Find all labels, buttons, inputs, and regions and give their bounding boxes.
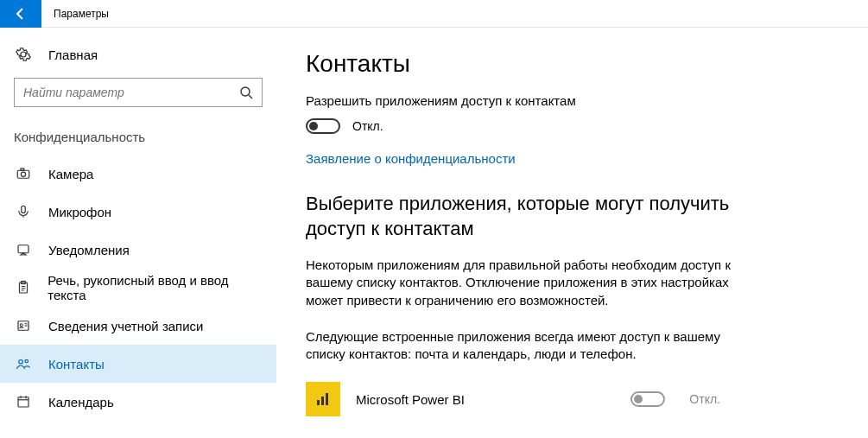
allow-apps-toggle-row: Откл. [306,118,833,134]
allow-apps-state: Откл. [352,119,383,133]
sidebar-item-account-info[interactable]: Сведения учетной записи [0,307,276,345]
sidebar-item-label: Контакты [48,357,105,371]
svg-rect-23 [321,397,324,405]
allow-apps-toggle[interactable] [306,118,340,134]
app-toggle-state: Откл. [689,392,720,406]
contacts-icon [14,356,33,371]
title-bar: Параметры [0,0,868,28]
sidebar-section-label: Конфиденциальность [0,126,276,155]
app-name: Microsoft Power BI [356,392,630,407]
notifications-icon [14,242,33,257]
svg-rect-22 [317,400,320,405]
info-paragraph-2: Следующие встроенные приложения всегда и… [306,328,755,364]
svg-point-13 [20,324,22,327]
svg-rect-5 [22,206,26,213]
power-bi-icon [306,382,340,416]
svg-point-0 [241,87,250,96]
svg-rect-18 [18,397,29,407]
sidebar-item-speech-ink-type[interactable]: Речь, рукописный ввод и ввод текста [0,269,276,307]
camera-icon [14,166,33,181]
window-title: Параметры [41,8,109,20]
sidebar: Главная Конфиденциальность Камера Микроф… [0,28,276,438]
sidebar-item-camera[interactable]: Камера [0,155,276,193]
gear-icon [14,47,33,62]
search-icon [239,86,253,99]
microphone-icon [14,204,33,219]
sidebar-item-label: Календарь [48,395,114,409]
svg-point-16 [19,360,23,365]
account-info-icon [14,318,33,333]
choose-apps-title: Выберите приложения, которые могут получ… [306,192,755,241]
sidebar-item-label: Речь, рукописный ввод и ввод текста [48,273,263,302]
home-button[interactable]: Главная [14,40,263,69]
page-title: Контакты [306,50,833,78]
app-toggle[interactable] [630,391,665,407]
svg-rect-24 [326,393,328,405]
sidebar-item-contacts[interactable]: Контакты [0,345,276,383]
sidebar-item-notifications[interactable]: Уведомления [0,231,276,269]
calendar-icon [14,394,33,409]
search-box[interactable] [14,78,263,107]
sidebar-item-label: Сведения учетной записи [48,319,204,333]
privacy-statement-link[interactable]: Заявление о конфиденциальности [306,151,516,166]
app-row: Microsoft Power BI Откл. [306,382,720,416]
clipboard-icon [14,280,32,295]
sidebar-item-microphone[interactable]: Микрофон [0,193,276,231]
content-area: Контакты Разрешить приложениям доступ к … [276,28,868,438]
sidebar-item-calendar[interactable]: Календарь [0,383,276,421]
svg-rect-4 [21,168,24,170]
allow-apps-label: Разрешить приложениям доступ к контактам [306,93,833,108]
sidebar-item-label: Микрофон [48,205,111,219]
search-input[interactable] [23,86,239,99]
svg-rect-6 [18,245,29,253]
svg-point-3 [21,172,25,176]
back-button[interactable] [0,0,41,28]
home-label: Главная [48,48,98,62]
svg-line-1 [249,95,252,98]
info-paragraph-1: Некоторым приложениям для правильной раб… [306,257,755,309]
sidebar-item-label: Камера [48,167,93,181]
svg-point-17 [25,359,28,362]
arrow-left-icon [14,7,28,21]
sidebar-item-label: Уведомления [48,243,130,257]
